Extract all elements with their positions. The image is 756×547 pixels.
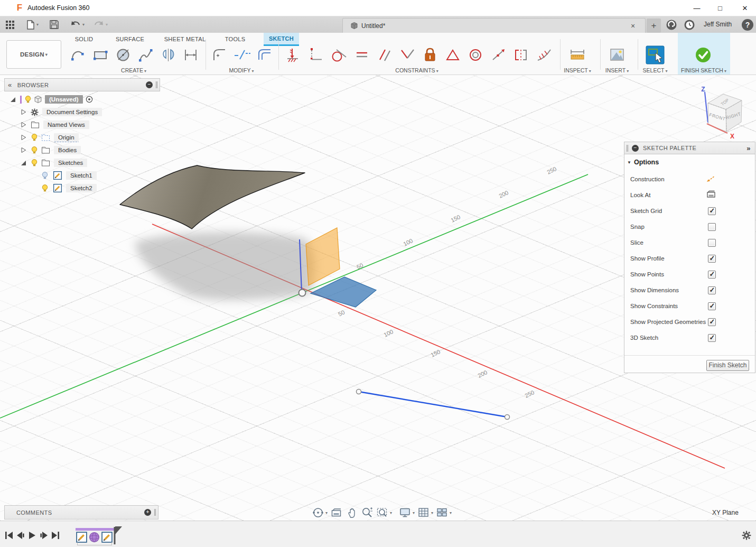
tree-label-origin[interactable]: Origin	[54, 133, 79, 142]
workspace-switcher[interactable]: DESIGN	[6, 40, 61, 69]
palette-row-3d-sketch[interactable]: 3D Sketch	[630, 332, 750, 343]
midpoint-constraint-button[interactable]	[443, 45, 462, 64]
palette-row-construction[interactable]: Construction	[630, 174, 750, 184]
sketch-dimension-button[interactable]	[181, 45, 200, 64]
user-name[interactable]: Jeff Smith	[704, 21, 732, 28]
collapsed-arrow-icon[interactable]	[20, 134, 26, 141]
tab-solid[interactable]: SOLID	[68, 34, 100, 44]
select-group-label[interactable]: SELECT	[634, 67, 676, 74]
bulb-on-icon[interactable]	[24, 96, 32, 104]
document-tab-close-icon[interactable]: ×	[628, 22, 638, 30]
offset-button[interactable]	[255, 45, 274, 64]
sketch-palette-header[interactable]: − SKETCH PALETTE »	[624, 142, 755, 154]
add-comment-icon[interactable]: +	[144, 509, 151, 516]
go-to-start-button[interactable]	[3, 530, 15, 543]
fit-button[interactable]	[375, 506, 393, 520]
trim-button[interactable]	[232, 45, 251, 64]
modify-group-label[interactable]: MODIFY	[215, 67, 268, 74]
palette-row-show-constraints[interactable]: Show Constraints	[630, 301, 750, 311]
palette-row-slice[interactable]: Slice	[630, 237, 750, 248]
expanded-arrow-icon[interactable]	[20, 160, 26, 166]
palette-row-snap[interactable]: Snap	[630, 221, 750, 232]
grid-and-snaps-button[interactable]	[416, 506, 434, 520]
tree-label-root[interactable]: (Unsaved)	[45, 95, 83, 104]
tree-label-sketches[interactable]: Sketches	[54, 159, 87, 167]
options-section-header[interactable]: ▼Options	[627, 159, 659, 166]
browser-display-toggle-icon[interactable]: −	[146, 81, 153, 88]
finish-sketch-button[interactable]	[694, 45, 713, 64]
tangent-constraint-button[interactable]	[329, 45, 348, 64]
tree-row-named-views[interactable]: Named Views	[20, 119, 89, 130]
browser-header[interactable]: « BROWSER −	[4, 78, 160, 91]
file-menu-button[interactable]	[24, 18, 40, 31]
display-settings-button[interactable]	[398, 506, 416, 520]
pan-button[interactable]	[344, 506, 359, 520]
perpendicular-constraint-button[interactable]	[398, 45, 417, 64]
finish-sketch-group-label[interactable]: FINISH SKETCH	[677, 67, 731, 74]
play-button[interactable]	[26, 530, 38, 543]
tab-surface[interactable]: SURFACE	[111, 34, 148, 44]
construction-icon[interactable]	[706, 174, 716, 184]
look-at-view-button[interactable]	[329, 506, 344, 520]
tree-row-root[interactable]: (Unsaved)	[10, 94, 93, 105]
horizontal-vertical-constraint-button[interactable]	[306, 45, 325, 64]
new-tab-button[interactable]: +	[647, 18, 661, 33]
palette-drag-grip[interactable]	[627, 145, 628, 152]
tab-sketch[interactable]: SKETCH	[264, 33, 299, 46]
collinear-constraint-button[interactable]	[489, 45, 508, 64]
show-constraints-checkbox[interactable]	[708, 302, 716, 310]
collapsed-arrow-icon[interactable]	[20, 147, 26, 153]
bulb-on-icon[interactable]	[31, 134, 38, 142]
symmetry-constraint-button[interactable]	[511, 45, 530, 64]
insert-group-label[interactable]: INSERT	[596, 67, 638, 74]
redo-button[interactable]	[91, 19, 109, 31]
bulb-on-icon[interactable]	[31, 146, 38, 154]
tab-sheet-metal[interactable]: SHEET METAL	[161, 34, 209, 44]
show-projected-geometries-checkbox[interactable]	[708, 318, 716, 326]
rectangle-button[interactable]	[91, 45, 110, 64]
step-forward-button[interactable]	[38, 530, 50, 543]
equal-constraint-button[interactable]	[352, 45, 371, 64]
finish-sketch-palette-button[interactable]: Finish Sketch	[706, 360, 749, 371]
orbit-button[interactable]	[311, 506, 329, 520]
sketch-grid-checkbox[interactable]	[708, 207, 716, 215]
3d-sketch-checkbox[interactable]	[708, 334, 716, 342]
collapsed-arrow-icon[interactable]	[20, 109, 26, 115]
tree-row-sketches[interactable]: Sketches	[20, 157, 87, 168]
tree-row-sketch2[interactable]: Sketch2	[41, 183, 97, 193]
tree-label-sketch2[interactable]: Sketch2	[66, 184, 97, 192]
tree-row-document-settings[interactable]: Document Settings	[20, 107, 102, 117]
show-points-checkbox[interactable]	[708, 271, 716, 279]
undo-button[interactable]	[68, 19, 86, 31]
measure-button[interactable]	[568, 45, 587, 64]
bulb-on-icon[interactable]	[31, 159, 38, 167]
timeline-settings-button[interactable]	[742, 531, 751, 542]
collapsed-arrow-icon[interactable]	[20, 122, 26, 128]
viewports-button[interactable]	[435, 506, 453, 520]
palette-row-show-points[interactable]: Show Points	[630, 269, 750, 280]
three-point-arc-button[interactable]	[68, 45, 87, 64]
constraints-group-label[interactable]: CONSTRAINTS	[385, 67, 449, 74]
show-profile-checkbox[interactable]	[708, 255, 716, 263]
bulb-off-icon[interactable]	[41, 172, 49, 180]
insert-image-button[interactable]	[608, 45, 627, 64]
app-grid-button[interactable]	[3, 18, 17, 31]
tree-label-document-settings[interactable]: Document Settings	[42, 108, 102, 116]
help-button[interactable]: ?	[742, 19, 753, 31]
fix-constraint-button[interactable]	[421, 45, 440, 64]
look-at-icon[interactable]	[706, 190, 716, 200]
save-button[interactable]	[48, 18, 61, 31]
select-button[interactable]	[646, 45, 665, 64]
mirror-button[interactable]	[159, 45, 178, 64]
palette-row-show-projected-geometries[interactable]: Show Projected Geometries	[630, 317, 750, 327]
step-back-button[interactable]	[15, 530, 26, 543]
palette-row-show-dimensions[interactable]: Show Dimensions	[630, 285, 750, 295]
palette-display-toggle-icon[interactable]: −	[632, 145, 639, 152]
tree-row-bodies[interactable]: Bodies	[20, 145, 81, 155]
notifications-button[interactable]	[684, 19, 695, 33]
timeline-marker[interactable]	[113, 525, 124, 546]
tree-label-sketch1[interactable]: Sketch1	[66, 171, 97, 180]
minimize-button[interactable]: —	[687, 0, 706, 16]
tree-label-named-views[interactable]: Named Views	[43, 120, 89, 129]
palette-row-look-at[interactable]: Look At	[630, 190, 750, 200]
